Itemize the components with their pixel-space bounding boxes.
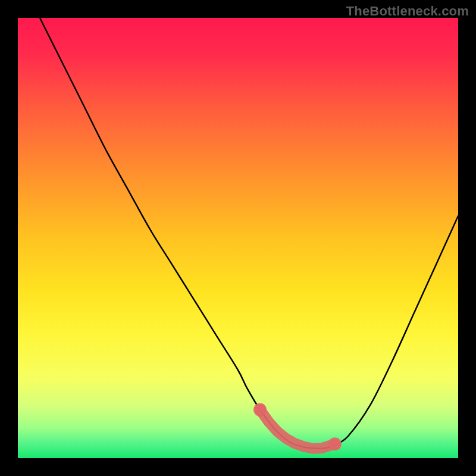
watermark-text: TheBottleneck.com <box>346 4 469 19</box>
svg-point-1 <box>253 403 267 416</box>
highlight-markers <box>18 18 458 458</box>
svg-point-2 <box>328 437 342 450</box>
chart-frame: TheBottleneck.com <box>0 0 476 476</box>
plot-area <box>18 18 458 458</box>
